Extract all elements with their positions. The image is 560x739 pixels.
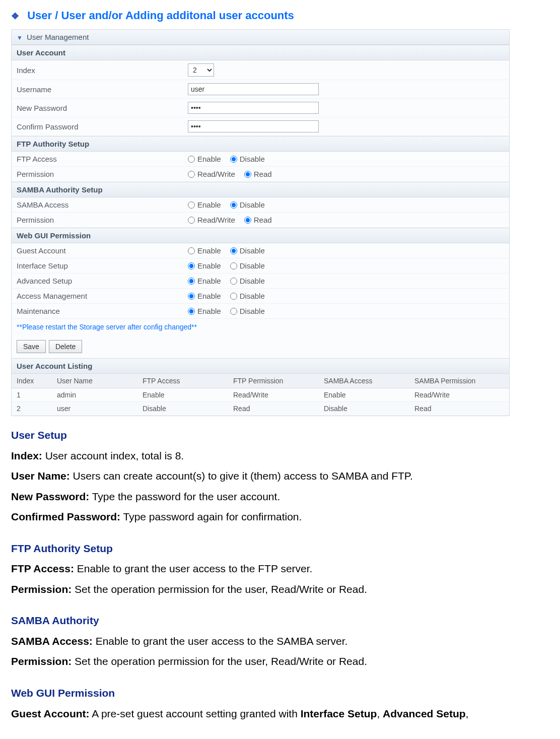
table-row: 2 user Disable Read Disable Read: [12, 402, 509, 416]
new-password-input[interactable]: [188, 102, 319, 114]
cell: Enable: [319, 388, 409, 402]
save-button[interactable]: Save: [17, 340, 46, 353]
ftp-perm-r-text: Read: [254, 170, 272, 178]
new-password-label: New Password: [17, 104, 188, 112]
samba-access-label: SAMBA Access: [17, 200, 188, 209]
adv-disable-radio[interactable]: [230, 278, 237, 285]
section-ftp: FTP Authority Setup: [12, 136, 509, 152]
cell: 1: [12, 388, 52, 402]
doc-t: ,: [377, 708, 383, 719]
cell: Disable: [137, 402, 228, 416]
cell: user: [52, 402, 137, 416]
index-label: Index: [17, 66, 188, 75]
doc-t: Type password again for confirmation.: [120, 511, 302, 522]
ftp-perm-rw-radio[interactable]: [188, 171, 195, 178]
doc-b: Permission:: [11, 655, 72, 667]
index-select[interactable]: 2: [188, 63, 214, 77]
cell: Read: [409, 402, 509, 416]
doc-b: Permission:: [11, 583, 72, 595]
amgmt-label: Access Management: [17, 292, 188, 300]
page-heading: ❖ User / User and/or Adding additonal us…: [11, 9, 549, 22]
ftp-access-disable-radio[interactable]: [230, 156, 237, 163]
amgmt-enable-text: Enable: [197, 292, 221, 300]
samba-access-disable-radio[interactable]: [230, 201, 237, 209]
cell: admin: [52, 388, 137, 402]
panel-title-text: User Management: [27, 33, 89, 41]
doc-b: FTP Access:: [11, 563, 74, 574]
col-ftpaccess: FTP Access: [137, 374, 228, 388]
ftp-perm-label: Permission: [17, 170, 188, 178]
amgmt-disable-radio[interactable]: [230, 293, 237, 300]
doc-t: Set the operation permission for the use…: [72, 655, 367, 667]
cell: Enable: [137, 388, 228, 402]
col-sambaaccess: SAMBA Access: [319, 374, 409, 388]
amgmt-enable-radio[interactable]: [188, 293, 195, 300]
samba-perm-r-radio[interactable]: [244, 217, 251, 224]
guest-enable-radio[interactable]: [188, 247, 195, 254]
guest-disable-radio[interactable]: [230, 247, 237, 254]
iface-enable-radio[interactable]: [188, 262, 195, 270]
amgmt-disable-text: Disable: [240, 292, 265, 300]
col-username: User Name: [52, 374, 137, 388]
doc-b: Confirmed Password:: [11, 511, 120, 522]
samba-perm-rw-text: Read/Write: [197, 216, 235, 224]
user-management-panel: ▼ User Management User Account Index 2 U…: [11, 29, 510, 416]
listing-header: User Account Listing: [12, 358, 509, 374]
cell: Read: [228, 402, 319, 416]
documentation-text: User Setup Index: User account index, to…: [11, 427, 549, 722]
ftp-access-enable-text: Enable: [197, 155, 221, 163]
adv-label: Advanced Setup: [17, 277, 188, 285]
guest-enable-text: Enable: [197, 246, 221, 255]
ftp-perm-rw-text: Read/Write: [197, 170, 235, 178]
samba-perm-label: Permission: [17, 216, 188, 224]
doc-t: Set the operation permission for the use…: [72, 583, 367, 595]
doc-b: Guest Account:: [11, 708, 90, 719]
panel-title[interactable]: ▼ User Management: [12, 30, 509, 45]
samba-access-enable-text: Enable: [197, 200, 221, 209]
samba-perm-rw-radio[interactable]: [188, 217, 195, 224]
samba-access-disable-text: Disable: [240, 200, 265, 209]
doc-ftp-title: FTP Authority Setup: [11, 541, 549, 557]
section-webgui: Web GUI Permission: [12, 228, 509, 243]
ftp-access-disable-text: Disable: [240, 155, 265, 163]
page-heading-text: User / User and/or Adding additonal user…: [27, 9, 294, 22]
col-sambaperm: SAMBA Permission: [409, 374, 509, 388]
confirm-password-input[interactable]: [188, 120, 319, 132]
username-label: Username: [17, 85, 188, 94]
adv-enable-text: Enable: [197, 277, 221, 285]
iface-disable-text: Disable: [240, 261, 265, 270]
collapse-arrow-icon: ▼: [17, 34, 23, 41]
ftp-access-enable-radio[interactable]: [188, 156, 195, 163]
confirm-password-label: Confirm Password: [17, 122, 188, 131]
doc-webgui-title: Web GUI Permission: [11, 685, 549, 702]
doc-t: Enable to grant the user access to the S…: [93, 635, 348, 647]
col-ftpperm: FTP Permission: [228, 374, 319, 388]
maint-enable-radio[interactable]: [188, 308, 195, 315]
doc-t: Users can create account(s) to give it (…: [70, 470, 413, 482]
section-samba: SAMBA Authority Setup: [12, 182, 509, 197]
adv-disable-text: Disable: [240, 277, 265, 285]
doc-b: Advanced Setup: [383, 708, 466, 719]
doc-t: Enable to grant the user access to the F…: [74, 563, 313, 574]
ftp-access-label: FTP Access: [17, 155, 188, 163]
cell: 2: [12, 402, 52, 416]
cell: Disable: [319, 402, 409, 416]
guest-disable-text: Disable: [240, 246, 265, 255]
cell: Read/Write: [228, 388, 319, 402]
doc-b: Interface Setup: [301, 708, 377, 719]
adv-enable-radio[interactable]: [188, 278, 195, 285]
doc-b: User Name:: [11, 470, 70, 482]
maint-label: Maintenance: [17, 307, 188, 315]
col-index: Index: [12, 374, 52, 388]
maint-enable-text: Enable: [197, 307, 221, 315]
ftp-perm-r-radio[interactable]: [244, 171, 251, 178]
maint-disable-radio[interactable]: [230, 308, 237, 315]
delete-button[interactable]: Delete: [49, 340, 82, 353]
iface-disable-radio[interactable]: [230, 262, 237, 270]
maint-disable-text: Disable: [240, 307, 265, 315]
cell: Read/Write: [409, 388, 509, 402]
doc-t: Type the password for the user account.: [89, 491, 280, 502]
samba-access-enable-radio[interactable]: [188, 201, 195, 209]
doc-b: SAMBA Access:: [11, 635, 93, 647]
username-input[interactable]: [188, 83, 319, 95]
